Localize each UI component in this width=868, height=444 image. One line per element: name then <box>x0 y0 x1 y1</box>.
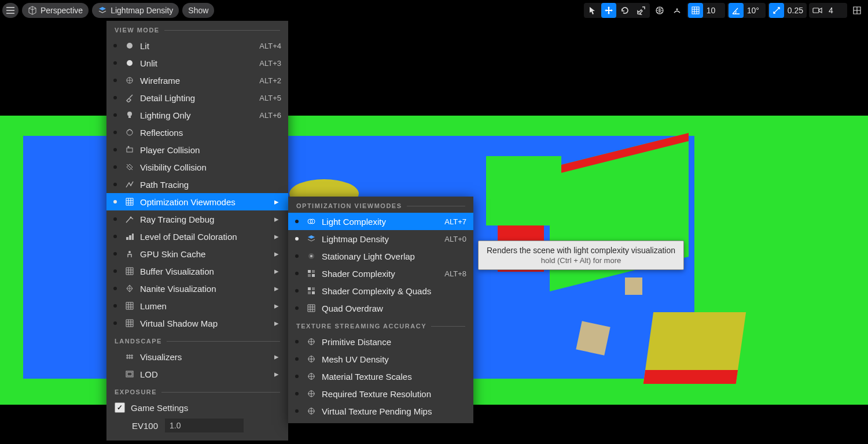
player-collision-icon <box>124 145 135 154</box>
grid-snap-value[interactable]: 10 <box>704 6 724 15</box>
menu-item-buffer-visualization[interactable]: Buffer Visualization ▸ <box>106 262 288 280</box>
path-tracing-icon <box>124 180 135 189</box>
game-settings-checkbox[interactable]: ✓ <box>115 402 125 413</box>
menu-item-reflections[interactable]: Reflections <box>106 124 288 141</box>
chevron-right-icon: ▸ <box>274 283 281 294</box>
chevron-right-icon: ▸ <box>274 352 281 362</box>
viewport-toolbar-right: 10 10° 0.25 4 <box>584 2 865 18</box>
scale-snap-button[interactable] <box>769 3 784 18</box>
menu-item-lod-coloration[interactable]: Level of Detail Coloration ▸ <box>106 228 288 245</box>
game-settings-label: Game Settings <box>131 403 188 413</box>
crosshair-icon <box>306 406 317 416</box>
scale-snap-value[interactable]: 0.25 <box>785 6 806 15</box>
viewmode-menu: VIEW MODE Lit ALT+4 Unlit ALT+3 Wirefram… <box>106 21 288 441</box>
menu-item-lod[interactable]: LOD ▸ <box>106 365 288 383</box>
angle-snap-button[interactable] <box>729 3 744 18</box>
svg-point-8 <box>127 130 133 135</box>
lumen-icon <box>124 301 135 310</box>
perspective-button[interactable]: Perspective <box>22 3 89 18</box>
shader-icon <box>306 269 317 278</box>
chevron-right-icon: ▸ <box>274 369 281 379</box>
svg-rect-28 <box>308 291 311 294</box>
submenu-item-mesh-uv-density[interactable]: Mesh UV Density <box>288 350 473 368</box>
chevron-right-icon: ▸ <box>274 197 281 207</box>
scale-tool-button[interactable] <box>634 3 649 18</box>
submenu-item-lightmap-density[interactable]: Lightmap Density ALT+0 <box>288 230 473 247</box>
ev100-row: EV100 <box>106 416 288 437</box>
hamburger-menu-button[interactable] <box>2 3 19 18</box>
viewmode-button[interactable]: Lightmap Density <box>92 3 179 18</box>
menu-item-unlit[interactable]: Unlit ALT+3 <box>106 54 288 72</box>
visibility-collision-icon <box>124 162 135 172</box>
shader-quads-icon <box>306 286 317 295</box>
svg-rect-24 <box>308 274 311 277</box>
ev100-input[interactable] <box>165 419 244 432</box>
submenu-item-material-texture-scales[interactable]: Material Texture Scales <box>288 368 473 385</box>
vsm-icon <box>124 319 135 328</box>
lightmap-density-icon <box>306 234 317 243</box>
camera-speed-value[interactable]: 4 <box>826 6 846 15</box>
wireframe-icon <box>124 76 135 85</box>
submenu-item-required-texture-resolution[interactable]: Required Texture Resolution <box>288 385 473 402</box>
svg-rect-2 <box>813 8 819 13</box>
move-tool-button[interactable] <box>601 3 616 18</box>
camera-speed-button[interactable] <box>810 3 825 18</box>
grid-snap-button[interactable] <box>688 3 703 18</box>
svg-point-11 <box>130 217 132 219</box>
crosshair-icon <box>306 354 317 364</box>
menu-item-visualizers[interactable]: Visualizers ▸ <box>106 348 288 365</box>
raytracing-icon <box>124 214 135 224</box>
reflections-icon <box>124 128 135 137</box>
menu-item-detail-lighting[interactable]: Detail Lighting ALT+5 <box>106 89 288 106</box>
svg-point-21 <box>310 255 312 257</box>
svg-rect-26 <box>308 287 311 290</box>
menu-item-wireframe[interactable]: Wireframe ALT+2 <box>106 72 288 89</box>
svg-point-10 <box>128 146 130 148</box>
brush-icon <box>124 93 135 102</box>
menu-item-visibility-collision[interactable]: Visibility Collision <box>106 158 288 176</box>
svg-rect-22 <box>308 270 311 273</box>
lit-icon <box>124 41 135 50</box>
submenu-item-primitive-distance[interactable]: Primitive Distance <box>288 333 473 350</box>
grid-icon <box>124 197 135 206</box>
unlit-icon <box>124 58 135 68</box>
menu-item-nanite-visualization[interactable]: Nanite Visualization ▸ <box>106 280 288 297</box>
chevron-right-icon: ▸ <box>274 249 281 259</box>
submenu-item-light-complexity[interactable]: Light Complexity ALT+7 <box>288 213 473 230</box>
globe-button[interactable] <box>652 3 667 18</box>
layout-button[interactable] <box>849 3 865 18</box>
viewport-toolbar-left: Perspective Lightmap Density Show <box>2 2 214 18</box>
bulb-icon <box>124 110 135 120</box>
svg-rect-23 <box>312 270 315 273</box>
svg-rect-25 <box>312 274 315 277</box>
angle-snap-value[interactable]: 10° <box>745 6 764 15</box>
crosshair-icon <box>306 372 317 381</box>
submenu-item-shader-complexity[interactable]: Shader Complexity ALT+8 <box>288 265 473 282</box>
visualizers-icon <box>124 352 135 361</box>
select-tool-button[interactable] <box>585 3 600 18</box>
menu-item-gpu-skin-cache[interactable]: GPU Skin Cache ▸ <box>106 245 288 262</box>
show-label: Show <box>188 5 208 16</box>
show-button[interactable]: Show <box>182 3 214 18</box>
menu-item-virtual-shadow-map[interactable]: Virtual Shadow Map ▸ <box>106 314 288 332</box>
exposure-game-settings-row[interactable]: ✓ Game Settings <box>106 399 288 416</box>
menu-item-ray-tracing-debug[interactable]: Ray Tracing Debug ▸ <box>106 210 288 228</box>
stationary-icon <box>306 251 317 261</box>
menu-item-player-collision[interactable]: Player Collision <box>106 141 288 158</box>
menu-item-optimization-viewmodes[interactable]: Optimization Viewmodes ▸ <box>106 193 288 210</box>
chevron-right-icon: ▸ <box>274 266 281 276</box>
submenu-item-quad-overdraw[interactable]: Quad Overdraw <box>288 299 473 317</box>
svg-point-6 <box>127 112 132 116</box>
svg-point-3 <box>127 43 133 49</box>
menu-item-lighting-only[interactable]: Lighting Only ALT+6 <box>106 106 288 124</box>
submenu-item-shader-complexity-quads[interactable]: Shader Complexity & Quads <box>288 282 473 299</box>
menu-item-lit[interactable]: Lit ALT+4 <box>106 37 288 54</box>
submenu-item-virtual-texture-pending-mips[interactable]: Virtual Texture Pending Mips <box>288 402 473 420</box>
surface-snap-button[interactable] <box>670 3 685 18</box>
rotate-tool-button[interactable] <box>617 3 632 18</box>
submenu-item-stationary-light-overlap[interactable]: Stationary Light Overlap <box>288 247 473 265</box>
menu-item-lumen[interactable]: Lumen ▸ <box>106 297 288 314</box>
light-complexity-icon <box>306 217 317 226</box>
svg-rect-29 <box>312 291 315 294</box>
menu-item-path-tracing[interactable]: Path Tracing <box>106 176 288 193</box>
